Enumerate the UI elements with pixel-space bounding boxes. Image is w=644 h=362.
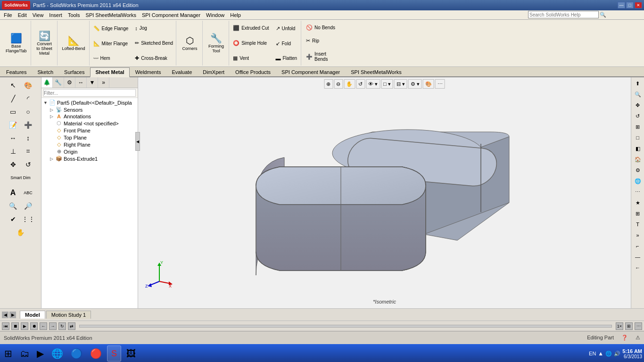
motion-record[interactable]: ⏺ (30, 322, 38, 330)
tab-office-products[interactable]: Office Products (230, 67, 276, 76)
close-button[interactable]: ✕ (635, 2, 642, 8)
simple-hole-button[interactable]: ⭕ Simple Hole (231, 39, 271, 47)
section-view-button[interactable]: ⊟ ▾ (394, 79, 407, 89)
sketched-bend-button[interactable]: ✏ Sketched Bend (133, 39, 175, 47)
tab-motion-study[interactable]: Motion Study 1 (46, 311, 91, 319)
tree-item-right-plane[interactable]: ◇ Right Plane (42, 141, 137, 148)
tree-item-front-plane[interactable]: ◇ Front Plane (42, 127, 137, 134)
sidebar-rel-tool[interactable]: ⊥ (6, 145, 20, 157)
rp-corner[interactable]: ⌐ (633, 241, 643, 251)
sidebar-hand-tool[interactable]: ✋ (14, 226, 28, 239)
rp-dash[interactable]: — (633, 252, 643, 262)
appearance-button[interactable]: 🎨 (423, 79, 434, 89)
sidebar-zoom-out[interactable]: 🔎 (21, 200, 35, 212)
ft-tab-more[interactable]: » (98, 77, 109, 88)
sidebar-text-tool[interactable]: A (6, 187, 20, 199)
taskbar-explorer[interactable]: 🗂 (17, 346, 32, 362)
motion-more[interactable]: ⋯ (635, 322, 642, 330)
zoom-fit-button[interactable]: ⊕ (324, 79, 333, 89)
tab-weldments[interactable]: Weldments (130, 67, 166, 76)
tab-features[interactable]: Features (1, 67, 32, 76)
motion-timeline[interactable] (79, 325, 612, 328)
search-input[interactable] (528, 11, 599, 18)
taskbar-chrome[interactable]: 🔵 (68, 346, 85, 362)
edge-flange-button[interactable]: 📏 Edge Flange (91, 25, 131, 33)
ft-tab-prop[interactable]: 🔧 (53, 77, 64, 88)
corners-button[interactable]: ⬡ Corners (179, 34, 200, 52)
volume-icon[interactable]: 🔊 (614, 351, 620, 357)
taskbar-paint[interactable]: 🖼 (124, 346, 138, 362)
ft-tab-filter[interactable]: ▼ (87, 77, 98, 88)
sidebar-eq-tool[interactable]: = (21, 145, 35, 157)
sidebar-dim2-tool[interactable]: ↕ (21, 132, 35, 144)
rp-settings[interactable]: ⚙ (633, 165, 643, 175)
sidebar-grip-tool[interactable]: ⋮⋮ (21, 213, 35, 225)
taskbar-solidworks-active[interactable]: S (107, 346, 121, 362)
rp-back[interactable]: ← (633, 263, 643, 273)
rp-globe[interactable]: 🌐 (633, 176, 643, 186)
sidebar-rect-tool[interactable]: ▭ (6, 106, 20, 118)
tab-dimxpert[interactable]: DimXpert (198, 67, 230, 76)
rp-view2[interactable]: ◧ (633, 143, 643, 154)
unfold-button[interactable]: ↗ Unfold (274, 25, 299, 33)
zoom-out-button[interactable]: ⊖ (334, 79, 343, 89)
rp-pan[interactable]: ✥ (633, 100, 643, 110)
sidebar-rotate-tool[interactable]: ↺ (21, 158, 35, 171)
rp-text[interactable]: T (633, 219, 643, 230)
search-icon[interactable]: 🔍 (600, 12, 606, 18)
sidebar-color-tool[interactable]: 🎨 (21, 79, 35, 91)
menu-insert[interactable]: Insert (46, 11, 65, 19)
ft-tab-config[interactable]: ⚙ (64, 77, 75, 88)
tree-item-annotations[interactable]: ▷ A Annotations (42, 113, 137, 120)
rp-star[interactable]: ★ (633, 197, 643, 208)
tab-spi-sheetmetal[interactable]: SPI SheetMetalWorks (346, 67, 406, 76)
motion-rewind[interactable]: ⏮ (2, 322, 9, 330)
insert-bends-button[interactable]: ➕ InsertBends (304, 50, 337, 63)
miter-flange-button[interactable]: 📐 Miter Flange (91, 40, 131, 48)
fold-button[interactable]: ↙ Fold (274, 40, 299, 48)
convert-button[interactable]: 🔄 Convertto SheetMetal (34, 30, 55, 57)
pan-button[interactable]: ✋ (344, 79, 355, 89)
rp-rotate[interactable]: ↺ (633, 111, 643, 121)
tree-item-root[interactable]: ▼ 📄 Part5 (Default<<Default>_Displa (42, 99, 137, 106)
display-style-button[interactable]: □ ▾ (381, 79, 393, 89)
taskbar-ie[interactable]: 🌐 (49, 346, 66, 362)
jog-button[interactable]: ↕ Jog (133, 25, 175, 32)
network-icon[interactable]: 🌐 (605, 351, 612, 357)
flatten-button[interactable]: ▬ Flatten (274, 55, 299, 62)
motion-loop[interactable]: ↻ (58, 322, 66, 330)
tree-item-origin[interactable]: ⊕ Origin (42, 148, 137, 155)
sidebar-zoom-in[interactable]: 🔍 (6, 200, 20, 212)
forming-tool-button[interactable]: 🔧 FormingTool (206, 32, 227, 55)
tree-item-boss-extrude1[interactable]: ▷ 📦 Boss-Extrude1 (42, 155, 137, 162)
sidebar-pointer-tool[interactable]: ↖ (6, 79, 20, 91)
menu-spi-component[interactable]: SPI Component Manager (139, 11, 203, 19)
rp-more[interactable]: ⋯ (633, 187, 643, 197)
rp-grid[interactable]: ⊞ (633, 208, 643, 219)
motion-stop[interactable]: ⏹ (11, 322, 19, 330)
next-tab-button[interactable]: ▶ (9, 312, 16, 318)
start-button[interactable]: ⊞ (2, 346, 15, 362)
rp-home[interactable]: 🏠 (633, 154, 643, 165)
tree-item-top-plane[interactable]: ◇ Top Plane (42, 134, 137, 141)
maximize-button[interactable]: □ (626, 2, 634, 8)
vent-button[interactable]: ▦ Vent (231, 54, 271, 62)
menu-tools[interactable]: Tools (65, 11, 83, 19)
rp-arrow-up[interactable]: ⬆ (633, 78, 643, 89)
tree-filter-input[interactable] (43, 89, 136, 97)
more-views-button[interactable]: ⋯ (435, 79, 445, 89)
sidebar-line-tool[interactable]: ╱ (6, 92, 20, 105)
sidebar-check-tool[interactable]: ✔ (6, 213, 20, 225)
tree-item-material[interactable]: ⬡ Material <not specified> (42, 120, 137, 127)
menu-view[interactable]: View (30, 11, 47, 19)
menu-file[interactable]: File (1, 11, 15, 19)
sidebar-smart-dim[interactable]: Smart Dim (7, 172, 34, 184)
lofted-bend-button[interactable]: 📐 Lofted-Bend (60, 34, 87, 52)
sidebar-move-tool[interactable]: ✥ (6, 158, 20, 171)
motion-speed[interactable]: 1× (616, 322, 623, 330)
rotate-button[interactable]: ↺ (356, 79, 365, 89)
sidebar-text2-tool[interactable]: ABC (21, 187, 35, 199)
rip-button[interactable]: ✂ Rip (304, 37, 337, 45)
motion-forward[interactable]: → (49, 322, 57, 330)
sidebar-arc-tool[interactable]: ◜ (21, 92, 35, 105)
